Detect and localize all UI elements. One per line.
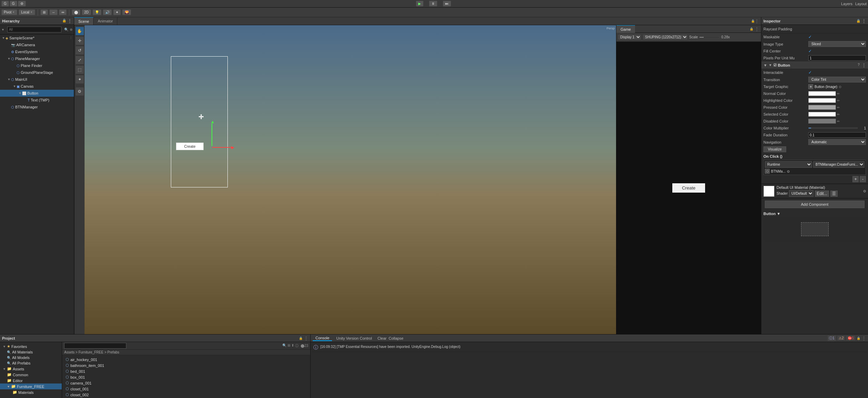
hierarchy-item-btnmanager[interactable]: ⬡ BTNManager (0, 104, 74, 110)
hierarchy-expand-arrow[interactable]: ▼ (1, 28, 4, 31)
hierarchy-item-planemanager[interactable]: ▼ ⬡ PlaneManager (0, 55, 74, 62)
sidebar-item-assets[interactable]: ▼ 📁 Assets (0, 366, 62, 372)
game-lock-icon[interactable]: 🔒 (750, 27, 753, 31)
maskable-checkbox[interactable]: ✓ (808, 35, 812, 39)
targetgraphic-select-icon[interactable]: ⊙ (839, 85, 841, 89)
game-resolution-select[interactable]: SHUPING (1220x2712) (643, 34, 688, 40)
transform-tool[interactable]: ✦ (75, 75, 84, 84)
play-button[interactable]: ▶ (416, 1, 423, 7)
sidebar-item-editor[interactable]: 📁 Editor (0, 378, 62, 384)
collapse-button[interactable]: Collapse (389, 336, 403, 340)
hierarchy-item-mainui[interactable]: ▼ ⬡ MainUI (0, 76, 74, 83)
game-overflow-icon[interactable]: ⋮ (755, 27, 759, 31)
project-search-icon[interactable]: 🔍 (282, 343, 286, 348)
selectedcolor-swatch[interactable] (808, 112, 836, 117)
samplescene-overflow[interactable]: ⋮ (69, 36, 72, 40)
toggle-canvas[interactable]: ▼ (12, 85, 17, 88)
menu-gear[interactable]: ⚙ (18, 1, 26, 7)
colormult-slider[interactable] (808, 127, 858, 129)
project-info-icon[interactable]: ⓘ (295, 343, 299, 348)
project-search-input[interactable] (64, 343, 126, 349)
material-swatch[interactable] (763, 186, 774, 197)
tab-console[interactable]: Console (313, 336, 332, 341)
hierarchy-lock-icon[interactable]: 🔒 (62, 19, 66, 23)
transform-tool-3[interactable]: ⇔ (59, 9, 67, 15)
game-create-button[interactable]: Create (672, 183, 705, 193)
tab-version-control[interactable]: Unity Version Control (333, 336, 374, 341)
tab-animator[interactable]: Animator (94, 17, 117, 25)
asset-item-bathroom-item-001[interactable]: ⬡ bathroom_item_001 (64, 362, 309, 368)
asset-item-bed-001[interactable]: ⬡ bed_001 (64, 368, 309, 374)
asset-item-camera-001[interactable]: ⬡ camera_001 (64, 380, 309, 386)
move-tool[interactable]: ✛ (75, 36, 84, 45)
visualize-button[interactable]: Visualize (763, 146, 786, 152)
scene-tool-fx[interactable]: ✦ (113, 9, 121, 15)
navigation-select[interactable]: Automatic (808, 139, 866, 145)
hierarchy-item-button[interactable]: ▼ ⬜ Button (0, 90, 74, 97)
local-button[interactable]: Local ▼ (19, 9, 35, 15)
asset-item-air-hockey-001[interactable]: ⬡ air_hockey_001 (64, 357, 309, 362)
custom-tool[interactable]: ⚙ (75, 87, 84, 96)
onclick-add-btn[interactable]: + (852, 176, 859, 182)
hierarchy-item-arcamera[interactable]: 📷 ARCamera (0, 41, 74, 48)
button-overflow-icon[interactable]: ⋮ (862, 63, 866, 68)
scene-viewport[interactable]: ✛ ▲ Create ▶ Persp (85, 25, 616, 334)
edit-shader-btn[interactable]: Edit... (815, 191, 829, 197)
hierarchy-item-canvas[interactable]: ▼ ▣ Canvas (0, 83, 74, 90)
shader-select[interactable]: UI/Default (789, 190, 813, 197)
hierarchy-add-icon[interactable]: ⊕ (70, 28, 72, 31)
transform-tool-1[interactable]: ⊞ (40, 9, 48, 15)
asset-item-closet-002[interactable]: ⬡ closet_002 (64, 392, 309, 398)
highlightedcolor-icon[interactable]: ✏ (837, 99, 840, 103)
scene-tool-light[interactable]: 💡 (92, 9, 101, 15)
console-message-0[interactable]: ⓘ [16:09:32] [TMP Essential Resources] h… (312, 343, 867, 352)
step-button[interactable]: ⏭ (443, 1, 451, 7)
menu-g1[interactable]: G (1, 1, 9, 7)
pivot-button[interactable]: Pivot ▼ (1, 9, 17, 15)
clear-button[interactable]: Clear (378, 336, 387, 340)
highlightedcolor-swatch[interactable] (808, 98, 836, 103)
pressedcolor-icon[interactable]: ✏ (837, 106, 840, 109)
normalcolor-swatch[interactable] (808, 91, 836, 96)
scene-tool-2d[interactable]: 2D (82, 9, 91, 15)
console-lock-icon[interactable]: 🔒 (857, 337, 860, 340)
console-overflow-icon[interactable]: ⋮ (862, 336, 866, 341)
disabledcolor-icon[interactable]: ✏ (837, 119, 840, 123)
button-help-icon[interactable]: ? (858, 63, 860, 68)
tab-game[interactable]: Game (616, 25, 635, 33)
toggle-button[interactable]: ▼ (18, 91, 22, 95)
hierarchy-item-samplescene[interactable]: ▼ ◈ SampleScene* ⋮ (0, 35, 74, 41)
tab-scene[interactable]: Scene (74, 17, 94, 25)
onclick-obj-select-icon[interactable]: ⊙ (787, 169, 790, 173)
asset-item-box-001[interactable]: ⬡ box_001 (64, 374, 309, 380)
fillcenter-checkbox[interactable]: ✓ (808, 49, 812, 54)
pixelsperunit-input[interactable] (808, 55, 866, 61)
project-filter-icon[interactable]: ⊞ (287, 343, 290, 348)
sidebar-item-favorites[interactable]: ▼ ★ Favorites (0, 343, 62, 349)
asset-item-closet-001[interactable]: ⬡ closet_001 (64, 386, 309, 392)
hierarchy-search-icon[interactable]: 🔍 (64, 28, 68, 31)
project-lock-icon[interactable]: 🔒 (299, 337, 303, 340)
shader-settings-btn[interactable]: ☰ (830, 191, 838, 197)
disabledcolor-swatch[interactable] (808, 119, 836, 124)
hierarchy-item-eventsystem[interactable]: ⚙ EventSystem (0, 48, 74, 55)
onclick-runtime-select[interactable]: Runtime (765, 161, 812, 168)
sidebar-item-all-materials[interactable]: 🔍 All Materials (0, 349, 62, 355)
onclick-function-select[interactable]: BTNManager.CreateFurni... (813, 161, 865, 168)
toggle-mainui[interactable]: ▼ (7, 78, 11, 81)
scene-button-obj[interactable]: Create (176, 143, 204, 150)
normalcolor-icon[interactable]: ✏ (837, 92, 840, 96)
hierarchy-item-groundplanestage[interactable]: ⬡ GroundPlaneStage (0, 69, 74, 76)
hierarchy-overflow-icon[interactable]: ⋮ (68, 19, 72, 23)
pause-button[interactable]: ⏸ (429, 1, 437, 7)
fadeduration-input[interactable] (808, 132, 866, 138)
hand-tool[interactable]: ✋ (75, 27, 84, 36)
rotate-tool[interactable]: ↺ (75, 46, 84, 55)
toggle-planemanager[interactable]: ▼ (7, 57, 11, 60)
hierarchy-item-planefinder[interactable]: ⬡ Plane Finder (0, 62, 74, 69)
material-select-icon[interactable]: ⊙ (863, 189, 866, 193)
selectedcolor-icon[interactable]: ✏ (837, 113, 840, 116)
scene-tool-sky[interactable]: 🌄 (122, 9, 131, 15)
imagetype-select[interactable]: Sliced (808, 41, 866, 47)
onclick-remove-btn[interactable]: - (860, 176, 866, 182)
